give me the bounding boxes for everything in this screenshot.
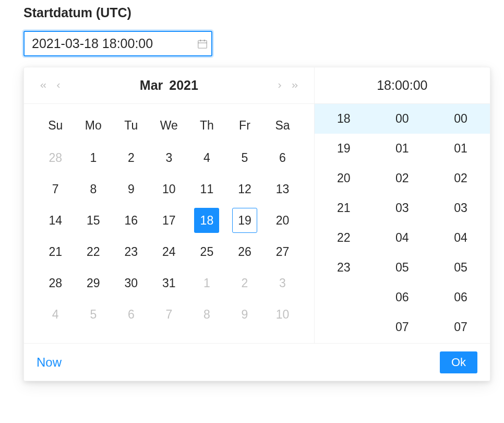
weekday-cell: We	[150, 111, 188, 142]
minutes-column[interactable]: 0001020304050607	[373, 104, 431, 343]
calendar-day-cell[interactable]: 5	[226, 142, 264, 173]
calendar-week-row: 28123456	[37, 142, 302, 173]
calendar-day-cell[interactable]: 10	[150, 173, 188, 205]
minute-option[interactable]: 01	[373, 134, 431, 163]
minute-option[interactable]: 04	[373, 223, 431, 253]
calendar-day-cell[interactable]: 20	[263, 205, 302, 236]
ok-button[interactable]: Ok	[440, 351, 477, 373]
weekday-header-row: SuMoTuWeThFrSa	[37, 111, 302, 142]
calendar-icon	[197, 38, 208, 50]
calendar-day-cell[interactable]: 7	[150, 299, 188, 330]
hour-option[interactable]: 22	[315, 223, 373, 253]
minute-option[interactable]: 03	[373, 193, 431, 223]
calendar-day-cell[interactable]: 15	[75, 205, 113, 236]
calendar-day-cell[interactable]: 9	[226, 299, 264, 330]
calendar-day-cell[interactable]: 24	[150, 236, 188, 267]
hour-option[interactable]: 18	[315, 104, 373, 134]
second-option[interactable]: 01	[431, 134, 490, 163]
calendar-day-cell[interactable]: 18	[188, 205, 226, 236]
second-option[interactable]: 02	[431, 163, 490, 193]
calendar-day-cell[interactable]: 30	[112, 267, 150, 299]
hour-option[interactable]: 20	[315, 163, 373, 193]
hour-option[interactable]: 21	[315, 193, 373, 223]
weekday-cell: Sa	[263, 111, 302, 142]
picker-body: Mar 2021 SuMoTuWeThFrSa 2812345678910111…	[24, 67, 490, 343]
calendar-week-row: 21222324252627	[37, 236, 302, 267]
calendar-day-cell[interactable]: 3	[150, 142, 188, 173]
calendar-day-cell[interactable]: 14	[37, 205, 75, 236]
minute-option[interactable]: 05	[373, 253, 431, 283]
date-panel: Mar 2021 SuMoTuWeThFrSa 2812345678910111…	[24, 67, 314, 343]
calendar-day-cell[interactable]: 17	[150, 205, 188, 236]
picker-footer: Now Ok	[24, 343, 490, 381]
calendar-day-cell[interactable]: 7	[37, 173, 75, 205]
seconds-column[interactable]: 0001020304050607	[431, 104, 490, 343]
calendar-day-cell[interactable]: 16	[112, 205, 150, 236]
calendar-day-cell[interactable]: 19	[226, 205, 264, 236]
hours-column[interactable]: 181920212223	[315, 104, 373, 343]
minute-option[interactable]: 02	[373, 163, 431, 193]
calendar-day-cell[interactable]: 1	[75, 142, 113, 173]
month-select[interactable]: Mar	[140, 78, 163, 93]
hour-option[interactable]: 19	[315, 134, 373, 163]
calendar-day-cell[interactable]: 10	[263, 299, 302, 330]
calendar-week-row: 28293031123	[37, 267, 302, 299]
minute-option[interactable]: 06	[373, 283, 431, 312]
second-option[interactable]: 00	[431, 104, 490, 134]
date-input[interactable]	[32, 36, 197, 51]
calendar-week-row: 78910111213	[37, 173, 302, 205]
prev-year-button[interactable]	[39, 81, 48, 90]
calendar-day-cell[interactable]: 1	[188, 267, 226, 299]
date-input-wrapper[interactable]	[23, 31, 212, 56]
calendar-day-cell[interactable]: 29	[75, 267, 113, 299]
calendar-day-cell[interactable]: 21	[37, 236, 75, 267]
calendar-day-cell[interactable]: 11	[188, 173, 226, 205]
calendar-day-cell[interactable]: 6	[112, 299, 150, 330]
calendar-day-cell[interactable]: 4	[37, 299, 75, 330]
second-option[interactable]: 05	[431, 253, 490, 283]
time-panel: 18:00:00 181920212223 0001020304050607 0…	[314, 67, 490, 343]
weekday-cell: Th	[188, 111, 226, 142]
calendar-header: Mar 2021	[24, 67, 314, 104]
time-header: 18:00:00	[315, 67, 490, 104]
calendar-day-cell[interactable]: 2	[112, 142, 150, 173]
year-select[interactable]: 2021	[169, 78, 198, 93]
second-option[interactable]: 03	[431, 193, 490, 223]
calendar-week-row: 14151617181920	[37, 205, 302, 236]
hour-option[interactable]: 23	[315, 253, 373, 283]
now-button[interactable]: Now	[37, 355, 62, 370]
weekday-cell: Su	[37, 111, 75, 142]
calendar-day-cell[interactable]: 8	[188, 299, 226, 330]
calendar-day-cell[interactable]: 25	[188, 236, 226, 267]
calendar-day-cell[interactable]: 6	[263, 142, 302, 173]
calendar-day-cell[interactable]: 26	[226, 236, 264, 267]
weekday-cell: Tu	[112, 111, 150, 142]
field-label: Startdatum (UTC)	[23, 5, 504, 20]
calendar-day-cell[interactable]: 31	[150, 267, 188, 299]
minute-option[interactable]: 00	[373, 104, 431, 134]
calendar-day-cell[interactable]: 2	[226, 267, 264, 299]
calendar-day-cell[interactable]: 23	[112, 236, 150, 267]
calendar-day-cell[interactable]: 4	[188, 142, 226, 173]
next-year-button[interactable]	[290, 81, 299, 90]
prev-month-button[interactable]	[54, 81, 63, 90]
second-option[interactable]: 07	[431, 312, 490, 342]
calendar-day-cell[interactable]: 3	[263, 267, 302, 299]
weekday-cell: Mo	[75, 111, 113, 142]
calendar-day-cell[interactable]: 5	[75, 299, 113, 330]
calendar-day-cell[interactable]: 27	[263, 236, 302, 267]
calendar-day-cell[interactable]: 9	[112, 173, 150, 205]
svg-rect-0	[198, 40, 207, 48]
second-option[interactable]: 06	[431, 283, 490, 312]
calendar-day-cell[interactable]: 8	[75, 173, 113, 205]
calendar-day-cell[interactable]: 28	[37, 142, 75, 173]
datetime-picker-panel: Mar 2021 SuMoTuWeThFrSa 2812345678910111…	[23, 67, 490, 381]
calendar-day-cell[interactable]: 22	[75, 236, 113, 267]
calendar-day-cell[interactable]: 28	[37, 267, 75, 299]
calendar-day-cell[interactable]: 13	[263, 173, 302, 205]
next-month-button[interactable]	[275, 81, 284, 90]
calendar-day-cell[interactable]: 12	[226, 173, 264, 205]
minute-option[interactable]: 07	[373, 312, 431, 342]
calendar-week-row: 45678910	[37, 299, 302, 330]
second-option[interactable]: 04	[431, 223, 490, 253]
